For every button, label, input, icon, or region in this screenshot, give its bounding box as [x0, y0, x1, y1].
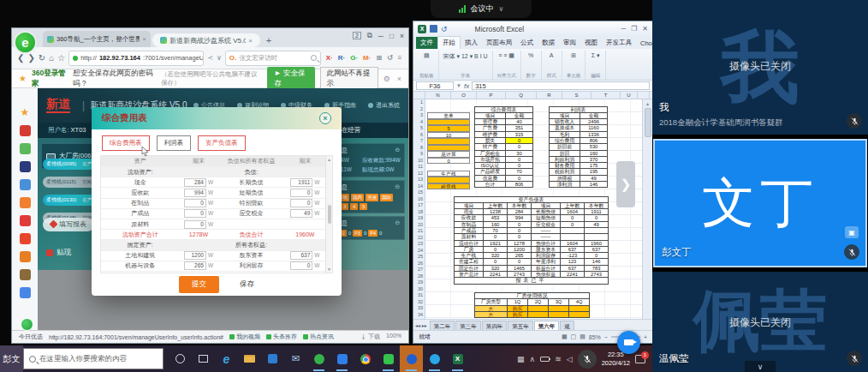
taskview-icon[interactable]	[192, 345, 215, 372]
column-header[interactable]: P	[477, 92, 506, 99]
factory-usage-table[interactable]: 厂房使用情况厂房类型1Q2Q3Q4Q大购买大购买	[474, 292, 590, 318]
new-tab-button[interactable]: +	[262, 33, 276, 47]
ribbon-group[interactable]: ▤剪贴板	[415, 51, 439, 80]
view-break-icon[interactable]: ▤	[580, 333, 586, 340]
sheet-cell[interactable]: 0	[427, 158, 470, 165]
chrome-icon[interactable]	[354, 345, 377, 372]
shortcut-blue-icon[interactable]	[20, 179, 31, 190]
column-header[interactable]: O	[451, 92, 477, 99]
ribbon-tab[interactable]: 审阅	[559, 37, 580, 49]
download-label[interactable]: ⭳ 下载	[360, 333, 380, 341]
collapse-icon[interactable]: ⊖	[395, 147, 400, 155]
menu-icon[interactable]: ≡	[398, 54, 402, 62]
row-header[interactable]: 32	[413, 299, 425, 306]
shortcut-green-icon[interactable]	[20, 143, 31, 154]
column-header[interactable]: R	[537, 92, 562, 99]
excel-minimize-button[interactable]: ─	[621, 25, 626, 33]
dialog-scrollbar[interactable]: ▲ ▼	[325, 156, 332, 273]
undo-icon[interactable]: ↺	[441, 25, 448, 33]
row-header[interactable]: 25	[413, 254, 425, 261]
refresh-icon[interactable]: ↻	[39, 54, 45, 63]
scroll-up-icon[interactable]: ▲	[327, 157, 331, 162]
scroll-up-icon[interactable]: ▴	[646, 100, 649, 106]
column-header[interactable]: N	[425, 92, 451, 99]
shortcut-orange-icon[interactable]	[20, 197, 31, 208]
sheet-tab[interactable]: 第二年	[430, 321, 455, 330]
row-header[interactable]: 28	[413, 273, 425, 280]
dismiss-site-button[interactable]: 此网站不再提示	[320, 67, 378, 91]
shortcut-amber-icon[interactable]	[20, 251, 31, 262]
value-input[interactable]: 284	[184, 178, 206, 187]
row-header[interactable]: 33	[413, 305, 425, 312]
close-button[interactable]: ×	[400, 32, 404, 40]
save-icon[interactable]	[430, 25, 437, 33]
sheet-vertical-scrollbar[interactable]: ▴	[642, 99, 652, 319]
tray-apps-icon[interactable]: ▦	[517, 355, 525, 363]
maximize-button[interactable]: □	[389, 32, 394, 40]
home-icon[interactable]: ⌂	[49, 54, 54, 63]
row-header[interactable]: 27	[413, 267, 425, 273]
sheet-grid[interactable]: 1234567891011121314151617181920212223242…	[413, 99, 652, 319]
thunder-icon[interactable]: X·	[326, 54, 333, 62]
modal-tab[interactable]: 利润表	[157, 135, 192, 151]
row-header[interactable]: 5	[413, 125, 425, 132]
row-header[interactable]: 11	[413, 164, 425, 171]
value-input[interactable]: 0	[184, 209, 206, 218]
mic-muted-icon[interactable]	[844, 244, 859, 260]
tab-close-icon[interactable]: ×	[248, 37, 253, 45]
zoom-level[interactable]: 85%	[589, 334, 601, 340]
value-input[interactable]: 0	[290, 189, 312, 197]
tray-expand-icon[interactable]: ∧	[530, 355, 536, 363]
page-nav-item[interactable]: 退出系统	[368, 101, 400, 110]
taskbar-search-input[interactable]: 在这里输入你要搜索的内容	[23, 348, 163, 369]
value-input[interactable]: 0	[184, 220, 206, 229]
search-input[interactable]: O. 张文宏采访时	[225, 51, 321, 66]
ribbon-tab[interactable]: 页面布局	[482, 37, 516, 49]
sheet-nav-icons[interactable]: ◂◂ ▸▸	[415, 322, 427, 328]
row-header[interactable]: 20	[413, 222, 425, 229]
notes-icon[interactable]: R·	[338, 54, 345, 62]
sheet-cell[interactable]: 10	[427, 132, 470, 139]
sheet-cell[interactable]	[427, 138, 470, 145]
formula-input[interactable]: 315	[472, 81, 650, 90]
meeting-panel-toggle[interactable]: ❯	[616, 161, 635, 207]
row-header[interactable]: 17	[413, 202, 425, 209]
profit-table[interactable]: 利润表项目金额销售收入2496直接成本1160毛利1336综合费用806折旧前5…	[549, 106, 608, 189]
shortcut-navy-icon[interactable]	[20, 161, 31, 172]
ribbon-group[interactable]: %数字	[521, 51, 542, 80]
favorites-star-icon[interactable]: ★	[20, 107, 31, 118]
value-input[interactable]: 0	[290, 261, 312, 270]
scroll-thumb[interactable]	[645, 108, 651, 137]
browser-360-logo-icon[interactable]: e	[14, 31, 37, 54]
column-header[interactable]: Q	[506, 92, 537, 99]
apps-grid-icon[interactable]: ⊞	[376, 54, 382, 62]
zoom-out-icon[interactable]: −	[604, 334, 608, 340]
ribbon-tab[interactable]: 文件	[416, 37, 437, 49]
collapse-icon[interactable]: ⊖	[395, 183, 400, 192]
excel-maximize-button[interactable]: ❐	[631, 25, 637, 33]
row-header[interactable]: 23	[413, 241, 425, 248]
row-header[interactable]: 4	[413, 119, 425, 126]
value-input[interactable]: 1911	[290, 178, 312, 187]
ribbon-group[interactable]: 宋体 ▾ 12 ▾ B I U字体	[439, 51, 493, 80]
back-icon[interactable]: ❮	[17, 54, 24, 63]
sheet-tab[interactable]: 第六年	[534, 321, 560, 330]
row-header[interactable]: 21	[413, 228, 425, 235]
explorer-icon[interactable]	[238, 345, 261, 372]
row-header[interactable]: 30	[413, 286, 425, 293]
collapse-chevron-icon[interactable]: ∨	[745, 361, 776, 372]
meeting-app-icon[interactable]	[400, 345, 423, 372]
row-header[interactable]: 9	[413, 151, 425, 158]
sheet-tab[interactable]: 第五年	[508, 321, 533, 330]
value-input[interactable]: 994	[184, 189, 206, 197]
mic-muted-overlay-icon[interactable]	[578, 350, 597, 369]
status-link[interactable]: 我的视频	[229, 333, 260, 341]
favorite-star-icon[interactable]: ☆	[57, 54, 65, 63]
row-header[interactable]: 16	[413, 196, 425, 203]
share-icon[interactable]: ≺	[207, 54, 213, 62]
excel-close-button[interactable]: ✕	[642, 25, 648, 33]
ribbon-tab[interactable]: 开发工具	[602, 37, 636, 49]
submit-button[interactable]: 提交	[179, 276, 219, 293]
sheet-tab[interactable]: 第三年	[455, 321, 481, 330]
column-header[interactable]: U	[621, 92, 638, 99]
